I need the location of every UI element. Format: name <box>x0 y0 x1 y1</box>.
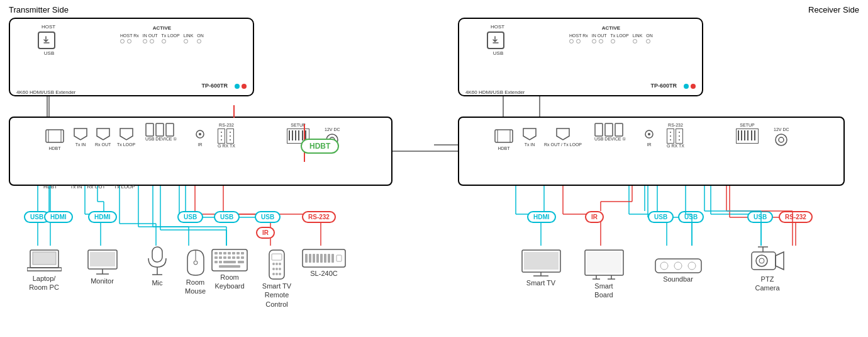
svg-rect-105 <box>313 254 315 263</box>
svg-rect-108 <box>324 254 326 263</box>
device-smarttv: Smart TV <box>516 249 566 287</box>
svg-rect-104 <box>309 254 311 263</box>
sl240c-label: SL-240C <box>299 269 349 278</box>
svg-point-135 <box>660 262 668 270</box>
monitor-label: Monitor <box>82 277 123 285</box>
tx-txloop-below-label: Tx LOOP <box>110 184 139 190</box>
svg-rect-54 <box>166 123 174 136</box>
svg-point-98 <box>279 273 281 275</box>
svg-point-96 <box>279 268 281 270</box>
svg-point-101 <box>275 273 278 275</box>
svg-point-100 <box>275 268 278 270</box>
svg-rect-129 <box>587 252 621 273</box>
smarttv-label: Smart TV <box>516 278 566 287</box>
rx-usb-device-ports: USB DEVICE ① <box>594 123 626 142</box>
rx-hdmi-txin-port: Tx IN <box>522 127 537 147</box>
device-remote: Smart TVRemoteControl <box>255 249 299 309</box>
rx-hdbt-port: HDBT <box>494 127 514 151</box>
rx-tp600tr-label: TP-600TR <box>650 83 677 89</box>
svg-point-123 <box>779 137 784 142</box>
svg-rect-78 <box>241 252 244 254</box>
tx-hdmi-txin-port: Tx IN <box>73 127 88 147</box>
svg-rect-81 <box>223 256 226 259</box>
tx-rxout-below-label: Rx OUT <box>82 184 111 190</box>
tx-hdmi-rxout-port: Rx OUT <box>95 127 111 147</box>
ptzcamera-label: PTZCamera <box>742 275 793 293</box>
tx-tp600tr-unit: HOST USB ACTIVE HOST Rx IN OUT <box>9 18 254 96</box>
rx-dc-port: 12V DC <box>774 127 789 148</box>
svg-rect-107 <box>320 254 323 263</box>
svg-point-121 <box>648 133 650 135</box>
device-mic: Mic <box>138 246 176 287</box>
svg-rect-109 <box>328 254 330 263</box>
badge-ir-smartboard: IR <box>585 211 604 223</box>
svg-point-136 <box>674 262 682 270</box>
svg-marker-50 <box>97 129 109 140</box>
device-laptop: Laptop/Room PC <box>19 249 69 292</box>
tx-usb-port <box>38 31 55 49</box>
tx-active-section: ACTIVE HOST Rx IN OUT <box>120 25 204 43</box>
svg-rect-125 <box>524 252 559 270</box>
svg-point-140 <box>759 258 764 263</box>
svg-rect-84 <box>236 256 240 259</box>
svg-rect-117 <box>595 123 603 136</box>
svg-rect-60 <box>33 252 56 265</box>
badge-usb-ptzcamera: USB <box>747 211 773 223</box>
badge-usb-remote: USB <box>255 211 281 223</box>
svg-point-137 <box>688 262 696 270</box>
mic-label: Mic <box>138 278 176 287</box>
rx-hdmi-rxout-port: Rx OUT / Tx LOOP <box>544 127 582 147</box>
svg-rect-75 <box>228 252 231 254</box>
keyboard-label: RoomKeyboard <box>208 273 252 291</box>
tx-rs232-port: RS-232 G RX TX <box>218 123 235 148</box>
device-soundbar: Soundbar <box>653 258 703 283</box>
tx-hdbt-below-label: HDBT <box>39 184 62 190</box>
device-sl240c: SL-240C <box>299 249 349 278</box>
tx-rs232-cable <box>233 105 235 118</box>
tx-tp600tr-label: TP-600TR <box>201 83 228 89</box>
rx-active-section: ACTIVE HOST Rx IN OUT <box>569 25 653 43</box>
svg-point-139 <box>756 255 767 266</box>
laptop-label: Laptop/Room PC <box>19 274 69 292</box>
svg-rect-72 <box>214 252 218 254</box>
tx-usb-device-ports: USB DEVICE ① <box>145 123 177 142</box>
svg-rect-87 <box>219 261 222 263</box>
rx-ir-port: IR <box>645 127 654 147</box>
svg-rect-80 <box>219 256 222 259</box>
svg-point-56 <box>199 133 201 135</box>
svg-marker-141 <box>776 252 784 270</box>
smartboard-label: SmartBoard <box>579 282 629 300</box>
tx-usb-label: USB <box>38 50 60 56</box>
svg-point-99 <box>275 263 278 265</box>
tx-ir-port: IR <box>196 127 204 147</box>
svg-rect-76 <box>232 252 235 254</box>
svg-marker-51 <box>120 129 133 140</box>
svg-marker-116 <box>557 129 569 140</box>
badge-hdmi-laptop: HDMI <box>44 211 73 223</box>
rx-rs232-port: RS-232 G RX TX <box>667 123 684 148</box>
badge-usb-mouse: USB <box>177 211 203 223</box>
svg-point-97 <box>272 273 275 275</box>
svg-rect-138 <box>752 252 776 270</box>
rx-status-dots <box>684 84 696 89</box>
svg-rect-111 <box>337 255 342 261</box>
transmitter-label: Transmitter Side <box>9 5 69 14</box>
svg-rect-118 <box>605 123 613 136</box>
rx-extender-label: 4K60 HDMI/USB Extender <box>465 89 525 95</box>
device-smartboard: SmartBoard <box>579 249 629 300</box>
rx-tp600tr-unit: HOST USB ACTIVE HOST Rx IN OUT <box>458 18 703 96</box>
svg-rect-103 <box>305 254 308 263</box>
badge-rs232-ptzcamera: RS-232 <box>779 211 813 223</box>
tx-hdmi-txloop-port: Tx LOOP <box>117 127 135 147</box>
svg-rect-83 <box>232 256 235 259</box>
main-diagram: Transmitter Side Receiver Side <box>0 0 868 337</box>
svg-rect-106 <box>316 254 319 263</box>
svg-point-94 <box>279 263 281 265</box>
device-ptzcamera: PTZCamera <box>742 246 793 293</box>
rx-panel-box: HDBT Tx IN Rx OUT / Tx LOOP USB DEVICE ①… <box>458 117 845 186</box>
svg-rect-110 <box>331 254 334 263</box>
svg-rect-73 <box>219 252 222 254</box>
svg-rect-63 <box>90 252 115 266</box>
badge-usb-keyboard: USB <box>214 211 240 223</box>
svg-rect-92 <box>272 254 282 260</box>
